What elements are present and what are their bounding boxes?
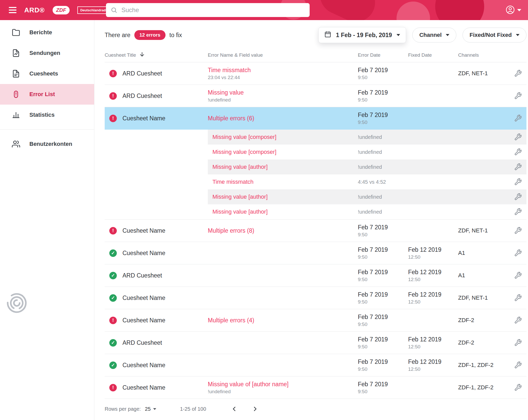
sidebar-item-error-list[interactable]: Error List — [0, 84, 94, 105]
sidebar-item-cuesheets[interactable]: Cuesheets — [0, 63, 94, 84]
sidebar-item-statistics[interactable]: Statistics — [0, 105, 94, 125]
subrow-error-name: Missing value [composer] — [208, 149, 358, 155]
table-subrow: Missing value [author] !undefined — [105, 204, 526, 220]
wrench-icon[interactable] — [514, 294, 522, 302]
sidebar-item-label: Berichte — [29, 29, 52, 36]
actions-cell — [509, 272, 526, 279]
table-row[interactable]: ! Cuesheet Name Missing value of [author… — [105, 376, 526, 399]
sidebar-item-benutzerkonten[interactable]: Benutzerkonten — [0, 134, 94, 154]
error-time: 9:50 — [358, 75, 408, 80]
table-row[interactable]: ! Cuesheet Name Multiple errors (4) Feb … — [105, 309, 526, 332]
error-date: Feb 7 2019 — [358, 381, 408, 388]
channels-cell: ZDF-1, ZDF-2 — [458, 384, 509, 391]
error-cell: Missing value !undefined — [208, 89, 358, 103]
error-date: Feb 7 2019 — [358, 89, 408, 96]
user-menu-button[interactable] — [506, 5, 521, 15]
table-row[interactable]: ! ARD Cuesheet Missing value !undefined … — [105, 85, 526, 107]
error-cell: Multiple errors (4) — [208, 317, 358, 324]
sidebar-item-berichte[interactable]: Berichte — [0, 22, 94, 43]
search-input[interactable] — [106, 3, 310, 17]
errors-summary: There are 12 errors to fix — [105, 30, 182, 40]
file-chart-icon — [12, 49, 21, 57]
wrench-icon[interactable] — [514, 316, 522, 324]
cuesheet-title: ARD Cuesheet — [122, 339, 162, 346]
table-row[interactable]: ✓ ARD Cuesheet Feb 7 2019 9:50 Feb 12 20… — [105, 264, 526, 287]
table-row[interactable]: ✓ Cuesheet Name Feb 7 2019 9:50 Feb 12 2… — [105, 287, 526, 309]
wrench-icon[interactable] — [514, 272, 522, 279]
rows-per-page-select[interactable]: 25 — [145, 406, 156, 412]
cuesheet-title-cell: ! Cuesheet Name — [105, 317, 208, 324]
subrow-band: Missing value [author] !undefined — [208, 189, 526, 204]
previous-page-button[interactable] — [231, 406, 238, 412]
channel-filter-label: Channel — [419, 32, 442, 38]
wrench-icon[interactable] — [514, 361, 522, 369]
error-date-cell: Feb 7 2019 9:50 — [358, 67, 408, 80]
subrow-field-value: !undefined — [358, 149, 408, 155]
table-body: ! ARD Cuesheet Time missmatch 23:04 vs 2… — [105, 62, 526, 399]
error-status-icon: ! — [109, 384, 117, 391]
error-status-icon: ! — [109, 227, 117, 234]
wrench-icon[interactable] — [514, 208, 522, 216]
error-name: Multiple errors (8) — [208, 227, 358, 234]
table-subrow: Time missmatch 4:45 vs 4:52 — [105, 174, 526, 189]
sidebar-item-sendungen[interactable]: Sendungen — [0, 43, 94, 63]
errors-summary-suffix: to fix — [169, 32, 182, 39]
error-name: Multiple errors (4) — [208, 317, 358, 324]
cuesheet-title-cell: ✓ Cuesheet Name — [105, 249, 208, 257]
wrench-icon[interactable] — [514, 249, 522, 257]
table-row[interactable]: ✓ Cuesheet Name Feb 7 2019 9:50 Feb 12 2… — [105, 242, 526, 264]
wrench-icon[interactable] — [514, 148, 522, 156]
fixed-time: 12:50 — [408, 254, 458, 260]
date-range-filter[interactable]: 1 Feb - 19 Feb, 2019 — [318, 27, 406, 43]
error-date-cell: Feb 7 2019 9:50 — [358, 291, 408, 305]
error-date-cell: Feb 7 2019 9:50 — [358, 246, 408, 260]
cuesheet-title: Cuesheet Name — [122, 384, 165, 391]
sidebar-item-label: Benutzerkonten — [29, 141, 72, 147]
actions-cell — [509, 208, 526, 216]
sidebar-item-label: Cuesheets — [29, 70, 58, 77]
actions-cell — [509, 178, 526, 186]
actions-cell — [509, 92, 526, 100]
fixed-date-cell: Feb 12 2019 12:50 — [408, 358, 458, 372]
error-name: Multiple errors (6) — [208, 115, 358, 122]
wrench-icon[interactable] — [514, 114, 522, 122]
fixed-date: Feb 12 2019 — [408, 358, 458, 365]
fixed-date: Feb 12 2019 — [408, 246, 458, 253]
cuesheet-title: Cuesheet Name — [122, 317, 165, 324]
wrench-icon[interactable] — [514, 339, 522, 347]
cuesheet-title: Cuesheet Name — [122, 227, 165, 234]
rows-per-page-label: Rows per page: — [105, 406, 141, 412]
wrench-icon[interactable] — [514, 70, 522, 77]
error-status-icon: ! — [109, 317, 117, 324]
subrow-band: Missing value [author] !undefined — [208, 204, 526, 219]
hamburger-menu-icon[interactable] — [9, 7, 16, 13]
error-date-cell: Feb 7 2019 9:50 — [358, 336, 408, 350]
table-row[interactable]: ! ARD Cuesheet Time missmatch 23:04 vs 2… — [105, 62, 526, 85]
calendar-icon — [324, 31, 331, 39]
wrench-icon[interactable] — [514, 133, 522, 141]
wrench-icon[interactable] — [514, 193, 522, 201]
fixed-date-cell: Feb 12 2019 12:50 — [408, 291, 458, 305]
wrench-icon[interactable] — [514, 163, 522, 171]
fixed-date-cell: Feb 12 2019 12:50 — [408, 269, 458, 282]
table-row[interactable]: ✓ Cuesheet Name Feb 7 2019 9:50 Feb 12 2… — [105, 354, 526, 376]
table-row[interactable]: ! Cuesheet Name Multiple errors (8) Feb … — [105, 220, 526, 242]
wrench-icon[interactable] — [514, 384, 522, 391]
table-row[interactable]: ✓ ARD Cuesheet Feb 7 2019 9:50 Feb 12 20… — [105, 332, 526, 354]
rows-per-page-value: 25 — [145, 406, 151, 412]
wrench-icon[interactable] — [514, 227, 522, 234]
actions-cell — [509, 114, 526, 122]
channel-filter[interactable]: Channel — [412, 28, 456, 43]
column-header-cuesheet-title[interactable]: Cuesheet Title — [105, 51, 208, 59]
wrench-icon[interactable] — [514, 178, 522, 186]
subrow-error-name: Missing value [author] — [208, 208, 358, 215]
next-page-button[interactable] — [252, 406, 258, 412]
fixed-status-filter[interactable]: Fixed/Not Fixed — [463, 28, 526, 43]
wrench-icon[interactable] — [514, 92, 522, 100]
error-time: 9:50 — [358, 254, 408, 260]
actions-cell — [509, 148, 526, 156]
error-time: 9:50 — [358, 97, 408, 103]
fixed-date: Feb 12 2019 — [408, 291, 458, 298]
table-row[interactable]: ! Cuesheet Name Multiple errors (6) Feb … — [105, 107, 526, 130]
subrow-field-value: !undefined — [358, 209, 408, 215]
